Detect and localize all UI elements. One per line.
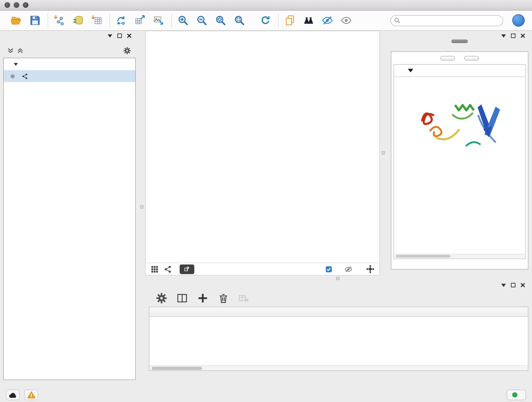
open-in-browser-button[interactable]: [180, 264, 194, 274]
network-view-toolbar: [146, 263, 380, 275]
application-window: [0, 0, 532, 402]
export-image-icon: [153, 15, 164, 26]
section-collapse-icon[interactable]: [408, 69, 413, 72]
trash-icon: [217, 292, 229, 304]
refresh-view-button[interactable]: [259, 13, 272, 28]
panel-close-icon[interactable]: [520, 283, 525, 287]
export-table-button[interactable]: [133, 13, 147, 28]
external-link-icon: [184, 266, 190, 273]
table-horizontal-scrollbar[interactable]: [149, 365, 528, 370]
export-image-button[interactable]: [152, 13, 165, 28]
zoom-selected-button[interactable]: [232, 13, 246, 28]
memory-status-dot: [512, 392, 517, 397]
network-view: [145, 31, 380, 275]
selected-checkbox-icon[interactable]: [325, 266, 332, 273]
table-panel: [148, 280, 529, 387]
traffic-lights: [5, 2, 28, 8]
zoom-in-button[interactable]: [176, 13, 190, 28]
save-session-button[interactable]: [28, 13, 42, 28]
create-column-button[interactable]: [196, 292, 209, 304]
zoom-in-icon: [177, 15, 189, 26]
main-toolbar: [0, 11, 532, 31]
tab-string[interactable]: [451, 39, 468, 43]
control-panel-header: [3, 31, 136, 41]
show-graphics-button[interactable]: [339, 13, 353, 28]
open-session-button[interactable]: [9, 13, 23, 28]
open-folder-icon: [10, 15, 22, 26]
status-bar: [0, 388, 532, 402]
network-overview-icon[interactable]: [164, 265, 172, 274]
gear-icon[interactable]: [123, 46, 131, 54]
table-settings-button[interactable]: [155, 292, 167, 304]
copy-document-icon: [284, 15, 295, 26]
search-input[interactable]: [390, 15, 503, 26]
columns-icon: [176, 292, 188, 304]
network-row[interactable]: [4, 70, 135, 82]
zoom-fit-button[interactable]: [214, 13, 227, 28]
panel-close-icon[interactable]: [520, 33, 525, 38]
show-columns-button[interactable]: [176, 292, 188, 304]
database-icon: [72, 15, 84, 26]
bottom-splitter-handle[interactable]: [336, 277, 340, 280]
collection-collapse-icon[interactable]: [14, 63, 18, 66]
birds-eye-button[interactable]: [302, 13, 315, 28]
table-toolbar: [148, 290, 529, 306]
collapse-all-icon[interactable]: [8, 48, 13, 53]
help-button[interactable]: [512, 14, 525, 27]
delete-table-button-disabled: [238, 292, 250, 304]
eye-icon: [340, 15, 352, 26]
panel-menu-icon[interactable]: [501, 34, 506, 37]
import-network-file-button[interactable]: [52, 13, 66, 28]
network-canvas[interactable]: [146, 31, 380, 263]
memory-button[interactable]: [507, 390, 526, 400]
collapse-all-button[interactable]: [464, 56, 479, 61]
network-refresh-icon: [115, 15, 127, 26]
import-network-icon: [53, 15, 65, 26]
copy-button[interactable]: [283, 13, 297, 28]
left-splitter-handle[interactable]: [140, 205, 143, 209]
expand-all-icon[interactable]: [17, 48, 23, 53]
protein-section-header[interactable]: [394, 65, 525, 77]
delete-table-icon: [238, 292, 249, 304]
panel-float-icon[interactable]: [511, 33, 515, 38]
protein-section: [394, 64, 526, 259]
node-table: [149, 307, 528, 371]
cloud-status-button[interactable]: [6, 390, 20, 400]
binoculars-icon: [303, 15, 314, 26]
window-titlebar: [0, 0, 532, 11]
window-zoom-button[interactable]: [23, 2, 28, 8]
panel-menu-icon[interactable]: [108, 34, 112, 37]
right-splitter-handle[interactable]: [382, 151, 385, 154]
results-scrollbar[interactable]: [394, 254, 525, 258]
hidden-eye-icon[interactable]: [344, 265, 353, 273]
network-collection-row[interactable]: [4, 58, 135, 70]
delete-column-button[interactable]: [217, 292, 229, 304]
plus-icon: [197, 292, 208, 304]
protein-structure-image: [394, 82, 525, 165]
panel-float-icon[interactable]: [117, 33, 122, 38]
zoom-fit-icon: [215, 15, 226, 26]
grid-view-icon[interactable]: [150, 265, 159, 274]
panel-close-icon[interactable]: [127, 33, 132, 38]
warning-button[interactable]: [24, 390, 38, 400]
warning-icon: [27, 391, 36, 399]
new-network-view-button[interactable]: [114, 13, 128, 28]
gear-icon: [156, 292, 167, 304]
results-panel: [390, 31, 529, 281]
hide-graphics-button[interactable]: [320, 13, 334, 28]
zoom-selected-icon: [234, 15, 245, 26]
zoom-out-button[interactable]: [195, 13, 209, 28]
window-close-button[interactable]: [5, 2, 10, 8]
expand-all-button[interactable]: [440, 56, 455, 61]
export-table-icon: [134, 15, 146, 26]
refresh-icon: [260, 15, 271, 26]
panel-float-icon[interactable]: [511, 283, 515, 287]
eye-slash-icon: [322, 15, 333, 26]
import-network-database-button[interactable]: [71, 13, 85, 28]
window-minimize-button[interactable]: [14, 2, 19, 8]
import-table-file-button[interactable]: [90, 13, 104, 28]
table-panel-header: [148, 280, 529, 290]
string-network-icon: [22, 73, 28, 80]
fit-content-icon[interactable]: [366, 264, 375, 274]
panel-menu-icon[interactable]: [501, 283, 506, 287]
